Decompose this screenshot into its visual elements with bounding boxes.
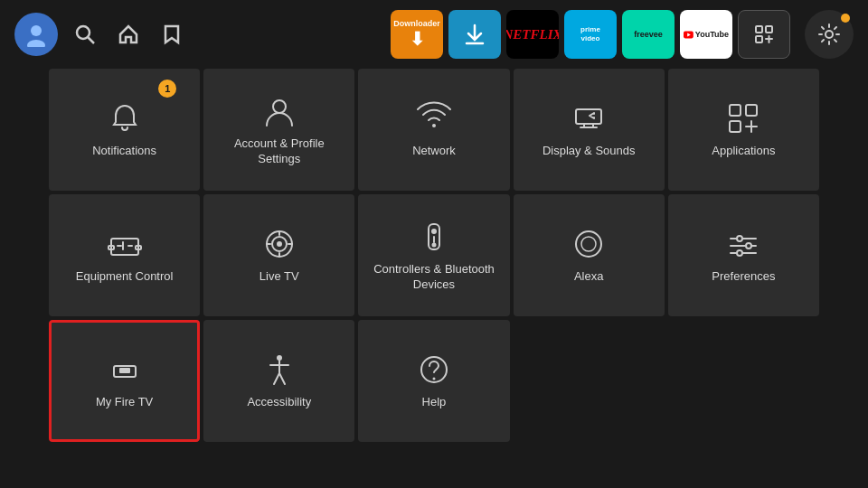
network-label: Network xyxy=(412,144,456,159)
controllers-icon xyxy=(416,219,452,255)
app-youtube[interactable]: YouTube xyxy=(680,10,732,59)
grid-item-help[interactable]: Help xyxy=(358,320,509,442)
settings-notification-dot xyxy=(841,14,850,23)
notifications-icon xyxy=(107,100,143,136)
accessibility-label: Accessibility xyxy=(247,395,311,410)
notification-badge: 1 xyxy=(158,80,176,98)
app-prime-video[interactable]: primevideo xyxy=(564,10,617,59)
svg-point-35 xyxy=(746,243,751,249)
svg-rect-16 xyxy=(730,121,741,132)
svg-point-26 xyxy=(432,230,436,233)
equipment-label: Equipment Control xyxy=(76,269,174,285)
svg-point-1 xyxy=(27,40,45,47)
svg-point-34 xyxy=(737,236,742,241)
svg-point-0 xyxy=(31,25,42,36)
svg-line-44 xyxy=(279,373,285,384)
grid-item-applications[interactable]: Applications xyxy=(668,69,819,191)
app-freevee[interactable]: freevee xyxy=(622,10,675,59)
svg-rect-14 xyxy=(730,105,741,116)
display-sounds-icon xyxy=(571,100,607,136)
svg-point-12 xyxy=(273,100,286,113)
nav-bar: Downloader ⬇ NETFLIX primevideo freevee xyxy=(0,0,868,69)
svg-line-3 xyxy=(89,38,95,44)
grid-item-display-sounds[interactable]: Display & Sounds xyxy=(514,69,665,191)
svg-point-28 xyxy=(432,243,435,246)
grid-item-my-fire-tv[interactable]: My Fire TV xyxy=(49,320,200,442)
network-icon xyxy=(416,100,452,136)
applications-icon xyxy=(725,100,761,136)
preferences-icon xyxy=(725,226,761,262)
help-icon xyxy=(416,352,452,388)
grid-item-account[interactable]: Account & Profile Settings xyxy=(203,69,354,191)
svg-point-29 xyxy=(576,231,601,257)
grid-item-accessibility[interactable]: Accessibility xyxy=(203,320,354,442)
grid-item-equipment[interactable]: Equipment Control xyxy=(49,194,200,316)
live-tv-label: Live TV xyxy=(259,269,299,285)
grid-item-network[interactable]: Network xyxy=(358,69,509,191)
nav-apps: Downloader ⬇ NETFLIX primevideo freevee xyxy=(391,10,790,59)
alexa-icon xyxy=(571,226,607,262)
grid-item-controllers[interactable]: Controllers & Bluetooth Devices xyxy=(358,194,509,316)
search-icon[interactable] xyxy=(69,18,101,51)
home-icon[interactable] xyxy=(112,18,145,51)
avatar[interactable] xyxy=(14,13,58,56)
svg-rect-19 xyxy=(111,239,138,255)
settings-button[interactable] xyxy=(805,10,854,59)
svg-point-30 xyxy=(581,237,596,251)
svg-rect-8 xyxy=(756,36,762,42)
svg-point-46 xyxy=(432,378,435,380)
account-label: Account & Profile Settings xyxy=(212,136,345,167)
grid-item-preferences[interactable]: Preferences xyxy=(668,194,819,316)
svg-point-36 xyxy=(737,250,742,256)
equipment-icon xyxy=(107,226,143,262)
applications-label: Applications xyxy=(712,144,775,159)
my-fire-tv-label: My Fire TV xyxy=(96,395,153,410)
my-fire-tv-icon xyxy=(107,352,143,388)
svg-rect-6 xyxy=(756,26,762,33)
svg-point-11 xyxy=(826,31,833,38)
nav-left xyxy=(14,13,382,56)
accessibility-icon xyxy=(261,352,297,388)
svg-point-24 xyxy=(278,242,281,246)
account-icon xyxy=(261,93,297,129)
settings-grid: 1 Notifications Account & Profile Settin… xyxy=(0,69,868,442)
svg-point-2 xyxy=(77,26,90,39)
display-sounds-label: Display & Sounds xyxy=(542,144,636,159)
app-downloader[interactable]: Downloader ⬇ xyxy=(391,10,443,59)
bookmark-icon[interactable] xyxy=(156,18,188,51)
controllers-label: Controllers & Bluetooth Devices xyxy=(367,262,500,293)
grid-item-alexa[interactable]: Alexa xyxy=(514,194,665,316)
svg-rect-38 xyxy=(119,368,130,373)
alexa-label: Alexa xyxy=(574,269,604,285)
help-label: Help xyxy=(422,395,447,410)
svg-line-43 xyxy=(274,373,279,384)
grid-item-live-tv[interactable]: Live TV xyxy=(203,194,354,316)
notifications-label: Notifications xyxy=(92,144,156,159)
app-blue-download[interactable] xyxy=(448,10,501,59)
app-grid-button[interactable] xyxy=(738,10,790,59)
svg-rect-15 xyxy=(746,105,757,116)
live-tv-icon xyxy=(261,226,297,262)
svg-rect-7 xyxy=(766,26,772,33)
grid-item-notifications[interactable]: 1 Notifications xyxy=(49,69,200,191)
svg-rect-13 xyxy=(576,109,601,124)
preferences-label: Preferences xyxy=(712,269,775,285)
app-netflix[interactable]: NETFLIX xyxy=(506,10,559,59)
